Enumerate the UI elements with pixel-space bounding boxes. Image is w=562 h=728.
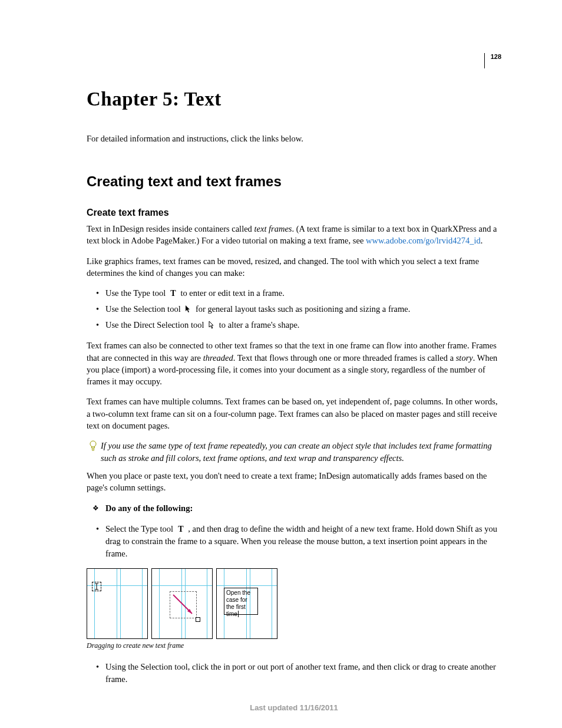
section-title: Creating text and text frames	[87, 173, 501, 190]
svg-text:T: T	[178, 525, 184, 533]
list-item: Select the Type tool T , and then drag t…	[87, 523, 501, 560]
instruction-header-list: Do any of the following:	[87, 502, 501, 515]
type-tool-icon: T	[169, 288, 177, 297]
figure-panel-3: Open the case for the first time​	[216, 568, 277, 639]
text: Text in InDesign resides inside containe…	[87, 224, 254, 233]
text: for general layout tasks such as positio…	[193, 304, 410, 314]
tip-text: If you use the same type of text frame r…	[101, 440, 501, 464]
svg-point-1	[90, 441, 96, 447]
direct-selection-tool-icon	[207, 320, 216, 328]
subsection-title: Create text frames	[87, 207, 501, 218]
term-text-frames: text frames	[254, 224, 292, 233]
video-tutorial-link[interactable]: www.adobe.com/go/lrvid4274_id	[366, 236, 481, 245]
tip-callout: If you use the same type of text frame r…	[87, 440, 501, 464]
instruction-list-1: Select the Type tool T , and then drag t…	[87, 523, 501, 560]
intro-paragraph: For detailed information and instruction…	[87, 134, 501, 144]
list-item: Use the Type tool T to enter or edit tex…	[87, 287, 501, 299]
chapter-title: Chapter 5: Text	[87, 88, 501, 110]
text: .	[481, 236, 483, 245]
text: to enter or edit text in a frame.	[178, 288, 285, 298]
paragraph-3: Text frames can also be connected to oth…	[87, 340, 501, 387]
paragraph-2: Like graphics frames, text frames can be…	[87, 255, 501, 279]
list-item: Use the Direct Selection tool to alter a…	[87, 319, 501, 331]
term-story: story	[456, 353, 473, 363]
svg-text:T: T	[170, 289, 176, 297]
instruction-header: Do any of the following:	[87, 502, 501, 515]
paragraph-1: Text in InDesign resides inside containe…	[87, 223, 501, 247]
lightbulb-icon	[89, 440, 97, 454]
list-item: Using the Selection tool, click the in p…	[87, 661, 501, 686]
figure-panel-2	[151, 568, 213, 639]
figure-dragging-frame: Open the case for the first time​	[87, 568, 501, 639]
page-number: 128	[484, 53, 501, 68]
paragraph-4: Text frames can have multiple columns. T…	[87, 396, 501, 431]
text: Do any of the following:	[105, 503, 193, 513]
result-text-frame: Open the case for the first time​	[224, 588, 258, 615]
figure-caption: Dragging to create new text frame	[87, 641, 501, 650]
resize-handle-icon	[196, 617, 200, 622]
type-tool-icon: T	[177, 524, 185, 532]
instruction-list-2: Using the Selection tool, click the in p…	[87, 661, 501, 686]
term-threaded: threaded	[203, 353, 233, 363]
text: . Text that flows through one or more th…	[233, 353, 456, 363]
text: Use the Selection tool	[105, 304, 183, 314]
footer-updated: Last updated 11/16/2011	[87, 703, 501, 712]
tool-list: Use the Type tool T to enter or edit tex…	[87, 287, 501, 331]
text-cursor-icon: ​	[238, 611, 239, 617]
text: to alter a frame's shape.	[217, 320, 299, 330]
text: Use the Direct Selection tool	[105, 320, 206, 330]
figure-panel-1	[87, 568, 148, 639]
type-cursor-icon	[92, 582, 101, 591]
drag-arrow-icon	[172, 594, 198, 620]
selection-tool-icon	[184, 304, 192, 312]
list-item: Use the Selection tool for general layou…	[87, 303, 501, 315]
paragraph-5: When you place or paste text, you don't …	[87, 470, 501, 494]
text: Use the Type tool	[105, 288, 168, 298]
text: Select the Type tool	[105, 524, 176, 533]
